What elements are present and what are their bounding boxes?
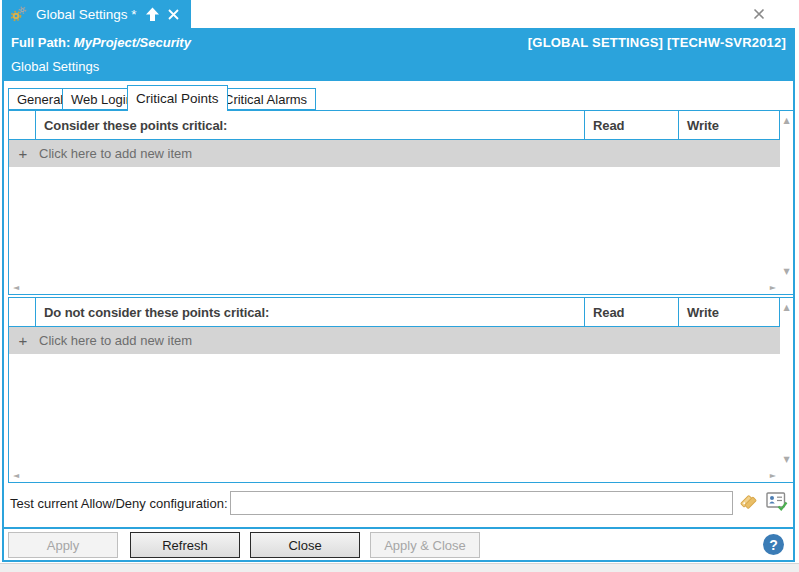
grid-header-row: Do not consider these points critical: R… (9, 298, 780, 327)
scroll-right-icon[interactable]: ► (770, 281, 776, 294)
page-title: Global Settings (11, 59, 99, 74)
test-user-check-icon[interactable] (766, 491, 788, 515)
document-tab-global-settings[interactable]: Global Settings * (2, 0, 191, 28)
tab-critical-alarms[interactable]: Critical Alarms (215, 88, 316, 110)
horizontal-scrollbar[interactable]: ◄ ► (9, 281, 780, 294)
page-header: Full Path: MyProject/Security [GLOBAL SE… (2, 28, 795, 81)
apply-and-close-button[interactable]: Apply & Close (370, 532, 480, 558)
full-path-label: Full Path: (11, 35, 70, 50)
document-tab-strip: Global Settings * (0, 0, 799, 28)
column-header-name[interactable]: Consider these points critical: (36, 111, 585, 139)
tab-critical-points[interactable]: Critical Points (127, 85, 228, 111)
scroll-right-icon[interactable]: ► (770, 469, 776, 482)
grid-header-row: Consider these points critical: Read Wri… (9, 111, 780, 140)
column-header-write[interactable]: Write (679, 298, 780, 326)
critical-points-grid: Consider these points critical: Read Wri… (8, 110, 794, 295)
add-new-item-label: Click here to add new item (39, 333, 192, 348)
bottom-strip (0, 563, 799, 572)
scroll-down-icon[interactable]: ▼ (780, 265, 793, 278)
apply-button[interactable]: Apply (8, 532, 118, 558)
scroll-up-icon[interactable]: ▲ (780, 114, 793, 127)
column-header-read[interactable]: Read (585, 111, 679, 139)
horizontal-scrollbar[interactable]: ◄ ► (9, 469, 780, 482)
close-tab-icon[interactable] (168, 9, 179, 20)
column-header-name[interactable]: Do not consider these points critical: (36, 298, 585, 326)
full-path: Full Path: MyProject/Security (11, 35, 191, 50)
row-selector-header (9, 298, 36, 326)
scroll-left-icon[interactable]: ◄ (13, 469, 19, 482)
add-new-item-row[interactable]: + Click here to add new item (9, 327, 780, 354)
add-new-item-row[interactable]: + Click here to add new item (9, 140, 780, 167)
add-icon: + (15, 146, 31, 161)
close-pane-icon[interactable] (751, 6, 767, 22)
scroll-up-icon[interactable]: ▲ (780, 301, 793, 314)
column-header-read[interactable]: Read (585, 298, 679, 326)
vertical-scrollbar[interactable]: ▲ ▼ (780, 298, 793, 469)
column-header-write[interactable]: Write (679, 111, 780, 139)
scroll-down-icon[interactable]: ▼ (780, 453, 793, 466)
row-selector-header (9, 111, 36, 139)
gears-icon (10, 6, 28, 22)
test-configuration-input[interactable] (230, 491, 733, 515)
vertical-scrollbar[interactable]: ▲ ▼ (780, 111, 793, 281)
scroll-left-icon[interactable]: ◄ (13, 281, 19, 294)
test-configuration-label: Test current Allow/Deny configuration: (10, 496, 228, 511)
help-button[interactable]: ? (763, 534, 784, 555)
full-path-value: MyProject/Security (74, 35, 191, 50)
header-context: [GLOBAL SETTINGS] [TECHW-SVR2012] (528, 35, 786, 50)
refresh-button[interactable]: Refresh (130, 532, 240, 558)
float-tab-icon[interactable] (145, 7, 160, 22)
close-button[interactable]: Close (250, 532, 360, 558)
add-new-item-label: Click here to add new item (39, 146, 192, 161)
button-bar-separator (2, 527, 795, 529)
document-tab-title: Global Settings * (36, 7, 137, 22)
tag-browser-icon[interactable] (739, 493, 758, 515)
non-critical-points-grid: Do not consider these points critical: R… (8, 297, 794, 483)
add-icon: + (15, 333, 31, 348)
